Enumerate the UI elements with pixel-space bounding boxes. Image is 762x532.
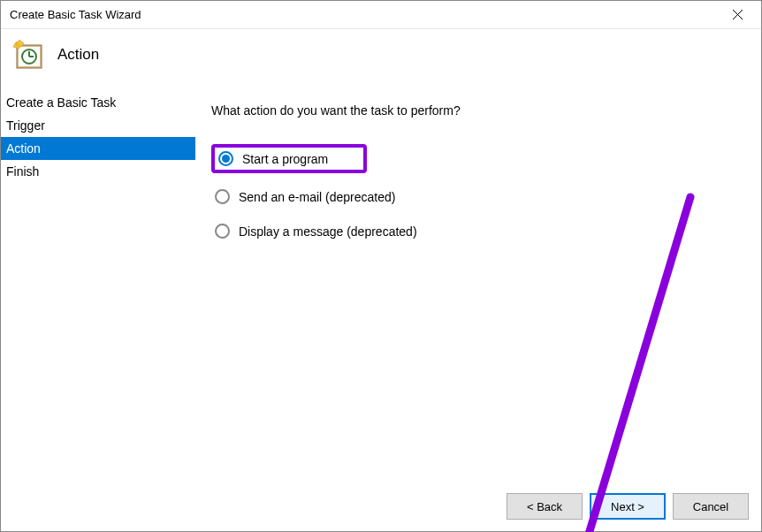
radio-label: Display a message (deprecated) xyxy=(239,224,417,239)
cancel-button[interactable]: Cancel xyxy=(673,493,749,520)
radio-label: Send an e-mail (deprecated) xyxy=(239,190,395,204)
prompt-text: What action do you want the task to perf… xyxy=(211,103,743,118)
action-radio-group: Start a program Send an e-mail (deprecat… xyxy=(211,144,743,242)
button-label: Next > xyxy=(611,500,644,513)
sidebar-item-finish[interactable]: Finish xyxy=(1,160,195,183)
sidebar-item-label: Finish xyxy=(6,164,39,179)
button-label: < Back xyxy=(527,500,562,513)
sidebar-item-label: Action xyxy=(6,141,41,156)
header-label: Action xyxy=(57,46,99,64)
footer: < Back Next > Cancel xyxy=(1,482,761,531)
radio-display-message[interactable]: Display a message (deprecated) xyxy=(211,220,743,242)
close-button[interactable] xyxy=(717,2,758,28)
radio-send-email[interactable]: Send an e-mail (deprecated) xyxy=(211,186,743,208)
sidebar-item-action[interactable]: Action xyxy=(1,137,195,160)
wizard-body: Create a Basic Task Trigger Action Finis… xyxy=(1,91,761,482)
sidebar-item-create-task[interactable]: Create a Basic Task xyxy=(1,91,195,114)
sidebar-item-trigger[interactable]: Trigger xyxy=(1,114,195,137)
wizard-header: Action xyxy=(1,29,761,91)
titlebar: Create Basic Task Wizard xyxy=(1,1,761,29)
header-icon xyxy=(13,40,43,70)
sidebar-item-label: Trigger xyxy=(6,118,45,133)
radio-start-program[interactable]: Start a program xyxy=(211,144,367,173)
wizard-window: Create Basic Task Wizard Action C xyxy=(0,0,762,532)
radio-label: Start a program xyxy=(242,152,328,166)
radio-icon xyxy=(218,151,233,166)
sidebar: Create a Basic Task Trigger Action Finis… xyxy=(1,91,195,482)
close-icon xyxy=(733,10,743,19)
radio-icon xyxy=(215,224,230,239)
sidebar-item-label: Create a Basic Task xyxy=(6,95,116,110)
content-panel: What action do you want the task to perf… xyxy=(195,91,761,482)
button-label: Cancel xyxy=(693,500,728,513)
radio-icon xyxy=(215,189,230,204)
back-button[interactable]: < Back xyxy=(507,493,583,520)
next-button[interactable]: Next > xyxy=(590,493,666,520)
window-title: Create Basic Task Wizard xyxy=(10,8,141,21)
